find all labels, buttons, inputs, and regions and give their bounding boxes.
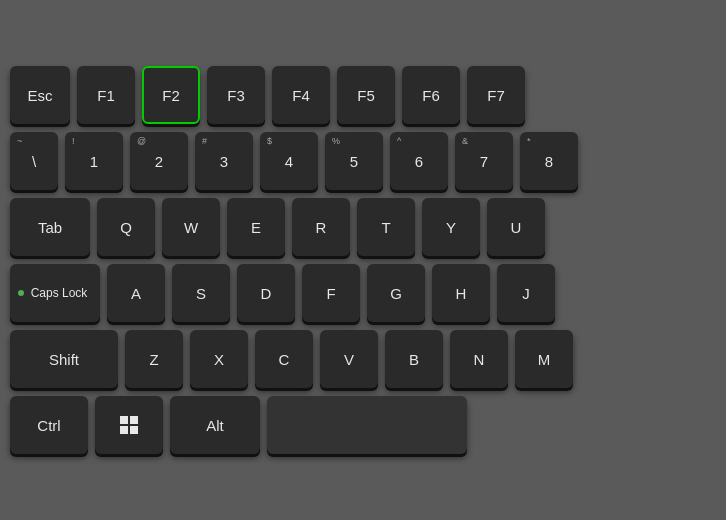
- key-4-sub: $: [267, 137, 272, 146]
- key-2[interactable]: @ 2: [130, 132, 188, 190]
- key-8-main: 8: [545, 153, 553, 170]
- key-tilde-main: \: [32, 153, 36, 170]
- key-3-main: 3: [220, 153, 228, 170]
- key-y[interactable]: Y: [422, 198, 480, 256]
- key-r[interactable]: R: [292, 198, 350, 256]
- key-tab[interactable]: Tab: [10, 198, 90, 256]
- key-f6-label: F6: [422, 87, 440, 104]
- key-f5-label: F5: [357, 87, 375, 104]
- key-d[interactable]: D: [237, 264, 295, 322]
- key-f2-label: F2: [162, 87, 180, 104]
- key-f7-label: F7: [487, 87, 505, 104]
- key-f1-label: F1: [97, 87, 115, 104]
- key-h[interactable]: H: [432, 264, 490, 322]
- key-3[interactable]: # 3: [195, 132, 253, 190]
- key-f7[interactable]: F7: [467, 66, 525, 124]
- key-z[interactable]: Z: [125, 330, 183, 388]
- key-4[interactable]: $ 4: [260, 132, 318, 190]
- asdf-row: Caps Lock A S D F G H J: [10, 264, 716, 322]
- key-f[interactable]: F: [302, 264, 360, 322]
- key-8-sub: *: [527, 137, 531, 146]
- key-esc-label: Esc: [27, 87, 52, 104]
- caps-lock-indicator: [18, 290, 24, 296]
- key-j[interactable]: J: [497, 264, 555, 322]
- key-tab-label: Tab: [38, 219, 62, 236]
- zxcv-row: Shift Z X C V B N M: [10, 330, 716, 388]
- bottom-row: Ctrl Alt: [10, 396, 716, 454]
- key-c[interactable]: C: [255, 330, 313, 388]
- qwerty-row: Tab Q W E R T Y U: [10, 198, 716, 256]
- key-g[interactable]: G: [367, 264, 425, 322]
- number-row: ~ \ ! 1 @ 2 # 3 $ 4 % 5 ^ 6 & 7: [10, 132, 716, 190]
- key-v[interactable]: V: [320, 330, 378, 388]
- key-n[interactable]: N: [450, 330, 508, 388]
- key-7-main: 7: [480, 153, 488, 170]
- key-b[interactable]: B: [385, 330, 443, 388]
- key-1-main: 1: [90, 153, 98, 170]
- key-ctrl[interactable]: Ctrl: [10, 396, 88, 454]
- key-caps-lock[interactable]: Caps Lock: [10, 264, 100, 322]
- key-1-sub: !: [72, 137, 75, 146]
- key-m[interactable]: M: [515, 330, 573, 388]
- key-5-main: 5: [350, 153, 358, 170]
- key-f6[interactable]: F6: [402, 66, 460, 124]
- key-f3-label: F3: [227, 87, 245, 104]
- key-6-main: 6: [415, 153, 423, 170]
- key-2-main: 2: [155, 153, 163, 170]
- function-row: Esc F1 F2 F3 F4 F5 F6 F7: [10, 66, 716, 124]
- key-shift-left[interactable]: Shift: [10, 330, 118, 388]
- key-q[interactable]: Q: [97, 198, 155, 256]
- key-win[interactable]: [95, 396, 163, 454]
- key-u[interactable]: U: [487, 198, 545, 256]
- key-f1[interactable]: F1: [77, 66, 135, 124]
- key-t[interactable]: T: [357, 198, 415, 256]
- key-f4[interactable]: F4: [272, 66, 330, 124]
- key-8[interactable]: * 8: [520, 132, 578, 190]
- key-alt[interactable]: Alt: [170, 396, 260, 454]
- keyboard: Esc F1 F2 F3 F4 F5 F6 F7 ~ \ ! 1: [0, 0, 726, 520]
- key-f5[interactable]: F5: [337, 66, 395, 124]
- key-1[interactable]: ! 1: [65, 132, 123, 190]
- key-tilde[interactable]: ~ \: [10, 132, 58, 190]
- key-f3[interactable]: F3: [207, 66, 265, 124]
- key-x[interactable]: X: [190, 330, 248, 388]
- key-s[interactable]: S: [172, 264, 230, 322]
- key-6[interactable]: ^ 6: [390, 132, 448, 190]
- key-6-sub: ^: [397, 137, 401, 146]
- key-5-sub: %: [332, 137, 340, 146]
- key-esc[interactable]: Esc: [10, 66, 70, 124]
- key-f2[interactable]: F2: [142, 66, 200, 124]
- key-w[interactable]: W: [162, 198, 220, 256]
- key-7-sub: &: [462, 137, 468, 146]
- key-3-sub: #: [202, 137, 207, 146]
- key-f4-label: F4: [292, 87, 310, 104]
- key-2-sub: @: [137, 137, 146, 146]
- key-a[interactable]: A: [107, 264, 165, 322]
- key-e[interactable]: E: [227, 198, 285, 256]
- key-4-main: 4: [285, 153, 293, 170]
- key-space[interactable]: [267, 396, 467, 454]
- windows-icon: [120, 416, 138, 434]
- key-7[interactable]: & 7: [455, 132, 513, 190]
- key-tilde-sub: ~: [17, 137, 22, 146]
- key-caps-label: Caps Lock: [31, 286, 88, 300]
- key-5[interactable]: % 5: [325, 132, 383, 190]
